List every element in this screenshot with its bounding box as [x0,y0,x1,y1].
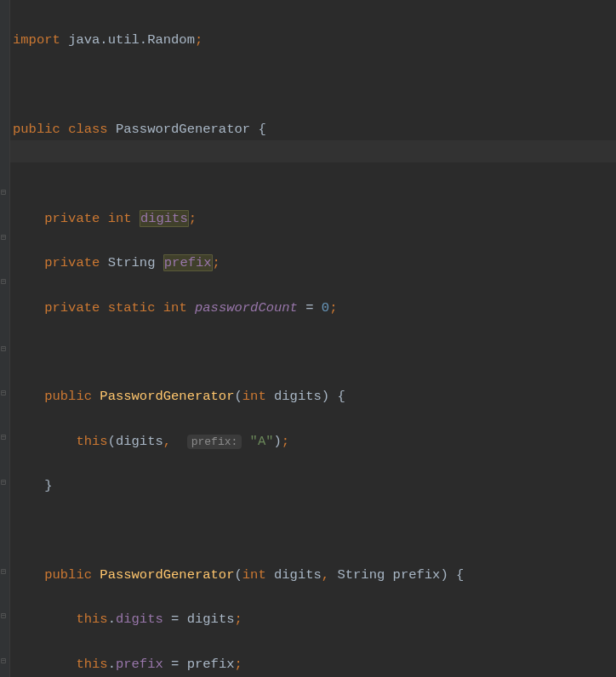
keyword-this: this [76,657,107,672]
lbrace: { [258,122,265,137]
import-path: java.util.Random [68,32,195,48]
semicolon: ; [235,612,242,627]
fold-marker-icon: ⊟ [1,345,6,354]
keyword-private: private [44,300,100,316]
keyword-import: import [13,32,60,48]
string-A: "A" [250,434,274,449]
field-prefix: prefix [116,657,163,672]
type-string: String [337,567,385,583]
rparen: ) [274,434,282,449]
fold-marker-icon: ⊟ [1,234,6,242]
keyword-class: class [68,122,108,137]
lparen: ( [234,567,242,583]
semicolon: ; [195,32,202,48]
keyword-int: int [108,211,132,226]
field-passwordCount: passwordCount [195,300,298,316]
code-editor[interactable]: ⊟ ⊟ ⊟ ⊟ ⊟ ⊟ ⊟ ⊟ ⊟ ⊟ import java.util.Ran… [0,0,616,677]
lbrace: { [456,567,464,583]
code-content[interactable]: import java.util.Random; public class Pa… [13,7,528,677]
field-digits: digits [140,210,189,227]
keyword-public: public [44,567,92,583]
constructor-name: PasswordGenerator [100,389,234,404]
param-prefix: prefix [393,567,441,583]
keyword-public: public [13,122,60,137]
fold-marker-icon: ⊟ [1,278,6,287]
type-string: String [108,255,156,270]
semicolon: ; [282,434,289,449]
comma: , [322,567,329,583]
keyword-private: private [44,211,100,226]
rparen: ) [322,389,329,404]
constructor-name: PasswordGenerator [100,567,234,583]
param-digits: digits [274,567,322,583]
arg-prefix: prefix [187,657,235,672]
keyword-int: int [242,567,266,583]
arg-digits: digits [187,612,235,627]
field-prefix: prefix [163,254,213,271]
fold-marker-icon: ⊟ [1,568,6,577]
inlay-hint-prefix: prefix: [187,435,242,449]
semicolon: ; [189,211,197,226]
keyword-static: static [108,300,156,316]
comma: , [163,434,171,449]
fold-marker-icon: ⊟ [1,189,6,197]
lbrace: { [337,389,345,404]
dot: . [108,612,116,627]
equals: = [171,657,179,672]
equals: = [171,612,179,627]
class-name: PasswordGenerator [116,122,250,137]
number-zero: 0 [322,300,329,316]
rparen: ) [440,567,448,583]
arg-digits: digits [116,434,163,449]
fold-marker-icon: ⊟ [1,612,6,621]
keyword-this: this [76,612,107,627]
keyword-this: this [76,434,107,449]
semicolon: ; [235,657,242,672]
keyword-private: private [44,255,100,270]
editor-gutter: ⊟ ⊟ ⊟ ⊟ ⊟ ⊟ ⊟ ⊟ ⊟ ⊟ [0,0,10,677]
fold-marker-icon: ⊟ [1,390,6,398]
keyword-public: public [44,389,92,404]
dot: . [108,657,116,672]
keyword-int: int [242,389,266,404]
param-digits: digits [274,389,322,404]
field-digits: digits [116,612,163,627]
lparen: ( [234,389,242,404]
lparen: ( [108,434,116,449]
rbrace: } [44,478,52,493]
fold-marker-icon: ⊟ [1,657,6,666]
semicolon: ; [329,300,337,316]
fold-marker-icon: ⊟ [1,434,6,442]
semicolon: ; [213,255,220,270]
keyword-int: int [163,300,187,316]
fold-marker-icon: ⊟ [1,479,6,487]
equals: = [305,300,313,316]
